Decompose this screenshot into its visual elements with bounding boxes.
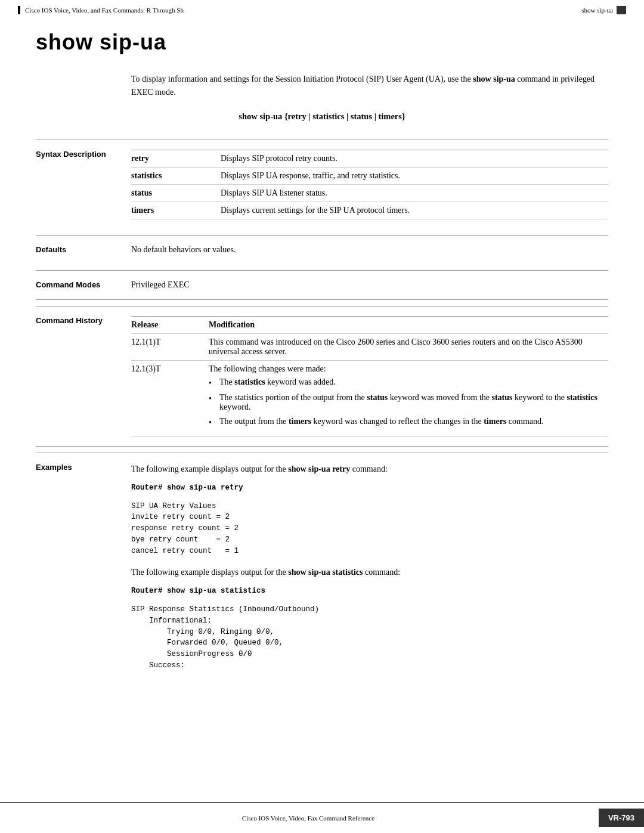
defaults-content: No default behaviors or values.: [131, 236, 608, 264]
bullet-dot: •: [209, 418, 215, 428]
table-row: 12.1(1)T This command was introduced on …: [131, 333, 608, 360]
example2-output: SIP Response Statistics (Inbound/Outboun…: [131, 604, 608, 671]
example1-text-before: The following example displays output fo…: [131, 465, 288, 473]
command-history-label: Command History: [36, 306, 131, 446]
bullet-text-3: The output from the timers keyword was c…: [219, 417, 544, 426]
breadcrumb-text: Cisco IOS Voice, Video, and Fax Commands…: [25, 7, 184, 14]
example1-text-after: command:: [350, 465, 388, 473]
examples-content: The following example displays output fo…: [131, 453, 608, 688]
command-modes-section: Command Modes Privileged EXEC: [36, 270, 608, 300]
example1-cmd-text: Router# show sip-ua retry: [131, 484, 243, 492]
intro-paragraph: To display information and settings for …: [131, 73, 608, 100]
header-bar-icon: [18, 6, 20, 14]
page-title: show sip-ua: [36, 30, 608, 55]
examples-label: Examples: [36, 453, 131, 688]
release-1: 12.1(1)T: [131, 333, 203, 360]
release-2: 12.1(3)T: [131, 360, 203, 436]
intro-text: To display information and settings for …: [131, 73, 608, 100]
bullet-dot: •: [209, 394, 215, 404]
list-item: • The statistics keyword was added.: [209, 377, 602, 388]
footer-center: Cisco IOS Voice, Video, Fax Command Refe…: [242, 815, 374, 822]
defaults-section: Defaults No default behaviors or values.: [36, 235, 608, 264]
command-history-section: Command History Release Modification 12.…: [36, 306, 608, 447]
syntax-description-section: Syntax Description retry Displays SIP pr…: [36, 140, 608, 229]
bullet-dot: •: [209, 379, 215, 388]
term-statistics: statistics: [131, 167, 215, 184]
command-modes-label: Command Modes: [36, 271, 131, 299]
example1-bold: show sip-ua retry: [288, 465, 350, 473]
list-item: • The output from the timers keyword was…: [209, 417, 602, 428]
example2-command: Router# show sip-ua statistics: [131, 586, 608, 597]
term-timers: timers: [131, 202, 215, 219]
col-release: Release: [131, 316, 203, 333]
modification-1: This command was introduced on the Cisco…: [203, 333, 608, 360]
desc-retry: Displays SIP protocol retry counts.: [215, 150, 608, 167]
term-status: status: [131, 184, 215, 202]
example2-intro: The following example displays output fo…: [131, 566, 608, 578]
example2-text-before: The following example displays output fo…: [131, 568, 288, 577]
history-table: Release Modification 12.1(1)T This comma…: [131, 316, 608, 436]
intro-bold: show sip-ua: [473, 75, 515, 83]
header-right-label: show sip-ua: [581, 7, 613, 14]
example2-cmd-text: Router# show sip-ua statistics: [131, 587, 265, 595]
syntax-description-content: retry Displays SIP protocol retry counts…: [131, 140, 608, 229]
command-syntax: show sip-ua {retry | statistics | status…: [36, 112, 608, 122]
command-modes-content: Privileged EXEC: [131, 271, 608, 299]
defaults-label: Defaults: [36, 236, 131, 264]
list-item: • The statistics portion of the output f…: [209, 393, 602, 412]
example1-command: Router# show sip-ua retry: [131, 482, 608, 494]
table-row: timers Displays current settings for the…: [131, 202, 608, 219]
col-modification: Modification: [203, 316, 608, 333]
example1-output: SIP UA Retry Values invite retry count =…: [131, 501, 608, 557]
examples-section: Examples The following example displays …: [36, 453, 608, 688]
example1-intro: The following example displays output fo…: [131, 463, 608, 475]
table-row: status Displays SIP UA listener status.: [131, 184, 608, 202]
page-content: show sip-ua To display information and s…: [0, 18, 644, 724]
modification-2-intro: The following changes were made:: [209, 364, 602, 374]
desc-status: Displays SIP UA listener status.: [215, 184, 608, 202]
table-row: statistics Displays SIP UA response, tra…: [131, 167, 608, 184]
footer-page-num: VR-793: [599, 809, 644, 827]
table-row: retry Displays SIP protocol retry counts…: [131, 150, 608, 167]
term-retry: retry: [131, 150, 215, 167]
desc-statistics: Displays SIP UA response, traffic, and r…: [215, 167, 608, 184]
command-syntax-text: show sip-ua {retry | statistics | status…: [239, 112, 405, 121]
example2-text-after: command:: [363, 568, 400, 577]
header-right-bar: [617, 6, 626, 14]
footer-right: VR-793: [599, 809, 644, 827]
command-history-content: Release Modification 12.1(1)T This comma…: [131, 306, 608, 446]
bullet-text-2: The statistics portion of the output fro…: [219, 393, 602, 412]
intro-text-1: To display information and settings for …: [131, 75, 471, 83]
bullet-list: • The statistics keyword was added. • Th…: [209, 377, 602, 428]
desc-timers: Displays current settings for the SIP UA…: [215, 202, 608, 219]
bullet-text-1: The statistics keyword was added.: [219, 377, 336, 387]
header-right: show sip-ua: [581, 6, 626, 14]
table-row: Release Modification: [131, 316, 608, 333]
page-footer: Cisco IOS Voice, Video, Fax Command Refe…: [0, 802, 644, 833]
modification-2: The following changes were made: • The s…: [203, 360, 608, 436]
example2-bold: show sip-ua statistics: [288, 568, 363, 577]
syntax-table: retry Displays SIP protocol retry counts…: [131, 150, 608, 219]
page-header: Cisco IOS Voice, Video, and Fax Commands…: [0, 0, 644, 18]
syntax-description-label: Syntax Description: [36, 140, 131, 229]
header-breadcrumb: Cisco IOS Voice, Video, and Fax Commands…: [18, 6, 184, 14]
table-row: 12.1(3)T The following changes were made…: [131, 360, 608, 436]
